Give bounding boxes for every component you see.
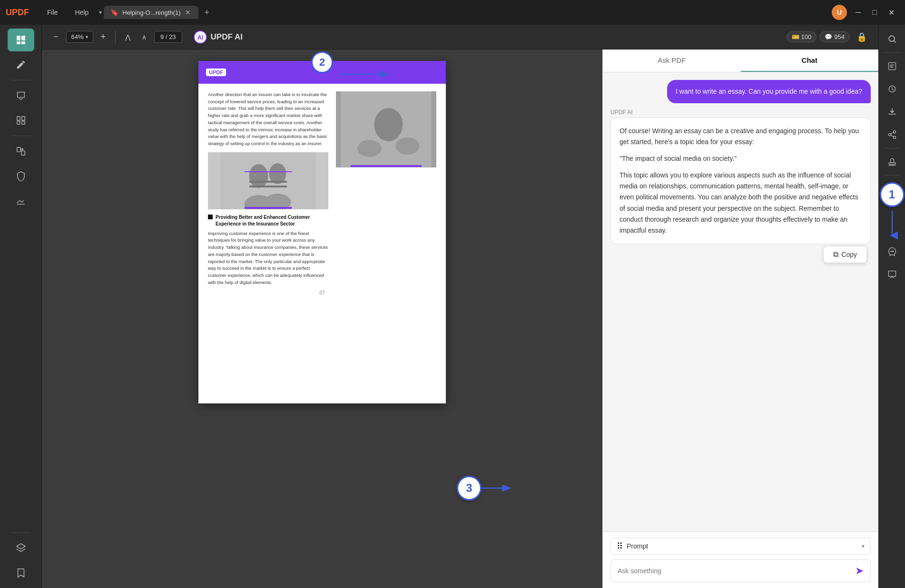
close-btn[interactable]: ✕ [884, 6, 899, 19]
tab-pdf-icon: 🔖 [110, 9, 118, 16]
copy-button[interactable]: ⧉ Copy [823, 246, 867, 263]
minimize-btn[interactable]: ─ [851, 6, 866, 19]
prompt-area: ⠿ Prompt ▾ ➤ [603, 531, 878, 588]
ai-messages[interactable]: I want to write an essay. Can you provid… [603, 72, 878, 531]
right-ocr-btn[interactable] [882, 56, 903, 77]
tool-protect-btn[interactable] [8, 165, 34, 187]
maximize-btn[interactable]: □ [867, 6, 882, 19]
svg-point-25 [396, 137, 420, 155]
pdf-page-container[interactable]: 2 UPDF [42, 49, 602, 588]
user-message: I want to write an essay. Can you provid… [667, 80, 871, 103]
svg-text:AI: AI [197, 34, 203, 41]
menu-file[interactable]: File [40, 6, 65, 19]
zoom-dropdown-btn[interactable]: ▾ [86, 34, 88, 39]
tool-comment-btn[interactable] [8, 84, 34, 107]
right-stamp-btn[interactable] [882, 151, 903, 172]
copy-icon: ⧉ [833, 250, 838, 259]
right-messages-btn[interactable] [882, 264, 903, 285]
avatar: U [832, 5, 847, 20]
ai-logo: AI UPDF AI [194, 30, 243, 44]
svg-rect-2 [17, 41, 20, 44]
pdf-page-number: 07 [208, 290, 436, 295]
right-search-btn[interactable] [882, 29, 903, 49]
ai-header: AI UPDF AI 🎫 100 💬 954 🔒 [194, 30, 871, 44]
svg-rect-1 [21, 36, 25, 40]
active-tab[interactable]: 🔖 Helping-O...rength(1) ✕ [104, 6, 198, 19]
content-area: 2 UPDF [42, 49, 878, 588]
tool-convert-btn[interactable] [8, 140, 34, 163]
right-ai-star-btn[interactable] [882, 241, 903, 262]
credit-value: 100 [801, 33, 812, 40]
svg-rect-21 [245, 207, 292, 209]
credit-count: 🎫 100 [787, 31, 817, 42]
pdf-body: Another direction that an insurer can ta… [198, 84, 446, 303]
window-controls: ─ □ ✕ [851, 6, 899, 19]
tab-close-btn[interactable]: ✕ [184, 9, 192, 16]
tab-area: ▾ 🔖 Helping-O...rength(1) ✕ + [99, 6, 824, 20]
svg-rect-18 [249, 181, 287, 183]
ai-quote: "The impact of social media on society." [620, 153, 862, 164]
tab-dropdown-btn[interactable]: ▾ [99, 9, 102, 16]
prompt-dots-icon: ⠿ [617, 541, 623, 551]
tool-layers-btn[interactable] [8, 537, 34, 559]
annotation-circle-1: 1 [880, 182, 905, 207]
tab-title: Helping-O...rength(1) [122, 9, 180, 16]
tool-bookmark-btn[interactable] [8, 561, 34, 584]
page-prev-btn[interactable]: ∧ [138, 31, 150, 43]
ai-tabs: Ask PDF Chat [603, 49, 878, 72]
zoom-in-btn[interactable]: + [97, 30, 110, 44]
annotation-3-container: 3 [457, 481, 514, 495]
annotation-circle-3: 3 [457, 476, 482, 500]
svg-rect-3 [21, 41, 25, 44]
tab-ask-pdf[interactable]: Ask PDF [603, 49, 741, 72]
tool-edit-btn[interactable] [8, 53, 34, 76]
message-icon: 💬 [825, 33, 832, 40]
svg-rect-26 [351, 165, 422, 167]
tab-chat[interactable]: Chat [741, 49, 879, 72]
pdf-area: − 64% ▾ + ⋀ ∧ 9 / 23 AI UPDF AI [42, 25, 878, 588]
right-sep2 [885, 148, 900, 148]
main-layout: − 64% ▾ + ⋀ ∧ 9 / 23 AI UPDF AI [0, 25, 905, 588]
credit-icon: 🎫 [792, 33, 799, 40]
prompt-selector[interactable]: ⠿ Prompt ▾ [610, 538, 871, 555]
ask-input[interactable] [618, 567, 851, 575]
menu-help[interactable]: Help [69, 6, 96, 19]
ai-response-block: UPDF AI Of course! Writing an essay can … [610, 109, 871, 267]
annotation-1-container: 1 [880, 182, 905, 209]
svg-rect-6 [17, 121, 20, 124]
right-sep3 [885, 175, 900, 176]
svg-rect-20 [245, 171, 292, 172]
pdf-columns: Another direction that an insurer can ta… [208, 91, 436, 286]
right-share-btn[interactable] [882, 124, 903, 145]
page-first-btn[interactable]: ⋀ [121, 31, 134, 43]
lock-btn[interactable]: 🔒 [853, 30, 871, 44]
svg-point-30 [893, 131, 895, 133]
tool-organize-btn[interactable] [8, 109, 34, 132]
updf-ai-icon: AI [194, 30, 207, 44]
pdf-left-column: Another direction that an insurer can ta… [208, 91, 328, 286]
right-export-btn[interactable] [882, 101, 903, 122]
tab-add-btn[interactable]: + [200, 6, 213, 20]
svg-rect-0 [17, 36, 20, 40]
svg-rect-19 [249, 186, 287, 187]
pdf-right-column [336, 91, 436, 286]
separator2 [11, 136, 30, 136]
svg-rect-7 [21, 121, 24, 124]
pdf-toolbar: − 64% ▾ + ⋀ ∧ 9 / 23 AI UPDF AI [42, 25, 878, 49]
tool-sign-btn[interactable] [8, 189, 34, 212]
left-sidebar [0, 25, 42, 588]
ask-input-row: ➤ [610, 559, 871, 582]
zoom-display: 64% ▾ [66, 31, 93, 43]
pdf-image-meeting [208, 152, 328, 209]
send-btn[interactable]: ➤ [855, 565, 864, 577]
section-icon [208, 215, 213, 219]
tool-reader-btn[interactable] [8, 29, 34, 51]
right-enhance-btn[interactable] [882, 78, 903, 99]
zoom-out-btn[interactable]: − [49, 30, 62, 44]
ai-title: UPDF AI [211, 32, 243, 42]
ai-credits: 🎫 100 💬 954 🔒 [787, 30, 871, 44]
annotation-circle-2: 2 [311, 51, 333, 73]
svg-point-14 [249, 164, 268, 188]
toolbar-separator [115, 30, 116, 44]
svg-rect-5 [21, 117, 24, 120]
